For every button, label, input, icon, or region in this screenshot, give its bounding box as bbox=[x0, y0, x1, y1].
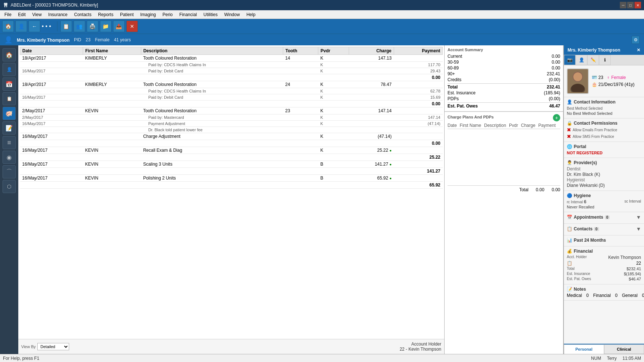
cell-pvdr: K bbox=[318, 108, 349, 114]
svg-point-2 bbox=[573, 72, 582, 81]
cell-date: 18/Apr/2017 bbox=[20, 55, 83, 62]
patient-gender: Female bbox=[95, 37, 109, 42]
sidebar-perio-icon[interactable]: ⌒ bbox=[3, 165, 16, 178]
hygiene-intervals: rc Interval 6 sc Interval bbox=[567, 199, 641, 204]
table-row[interactable]: 18/Apr/2017 KIMBERLY Tooth Coloured Rest… bbox=[20, 55, 443, 62]
menu-window[interactable]: Window bbox=[221, 11, 243, 18]
patient-settings-btn[interactable]: ⚙ bbox=[632, 36, 640, 44]
rp-notes-header: 📝 Notes bbox=[567, 287, 641, 292]
col-charge: Charge bbox=[349, 47, 394, 55]
tab-personal[interactable]: Personal bbox=[564, 344, 604, 354]
menu-contacts[interactable]: Contacts bbox=[71, 11, 94, 18]
toolbar-more[interactable]: • • • bbox=[42, 23, 51, 30]
maximize-button[interactable]: □ bbox=[627, 2, 634, 8]
num-indicator: NUM bbox=[591, 356, 601, 361]
toolbar-btn2[interactable]: 👥 bbox=[74, 20, 85, 32]
cell-desc: Paid by: CDCS Health Claims In bbox=[141, 88, 283, 94]
cell-charge: 147.14 bbox=[349, 108, 394, 114]
user-name: Terry bbox=[607, 356, 617, 361]
cell-desc: Scaling 3 Units bbox=[141, 161, 283, 168]
toolbar-home-btn[interactable]: 🏠 bbox=[2, 20, 14, 32]
right-panel-header: Mrs. Kimberly Thompson ✕ bbox=[564, 45, 644, 55]
toolbar-btn1[interactable]: 📋 bbox=[60, 20, 72, 32]
cell-date: 16/May/2017 bbox=[20, 161, 83, 168]
toolbar-search-btn[interactable]: 👤 bbox=[15, 20, 27, 32]
table-row[interactable]: 16/May/2017 KEVIN Polishing 2 Units B 65… bbox=[20, 175, 443, 182]
appointments-label: Appointments bbox=[574, 215, 603, 220]
patient-name: Mrs. Kimberly Thompson bbox=[17, 37, 70, 43]
menu-help[interactable]: Help bbox=[243, 11, 258, 18]
subtotal-row: 141.27 bbox=[20, 168, 443, 175]
account-holder-label: Account Holder bbox=[411, 342, 441, 347]
rp-past24-header: 📊 Past 24 Months bbox=[567, 238, 641, 243]
appointments-expand-icon[interactable]: ▼ bbox=[636, 214, 641, 220]
notes-financial-label: Financial bbox=[593, 293, 611, 298]
table-row[interactable]: 16/May/2017 KEVIN Recall Exam & Diag K 2… bbox=[20, 147, 443, 154]
sidebar-list-icon[interactable]: ≡ bbox=[3, 136, 16, 149]
cp-total-label: Total bbox=[519, 187, 528, 192]
fin-est-pat-value: $46.47 bbox=[629, 277, 641, 281]
rp-bottom-tabs: Personal Clinical bbox=[564, 344, 644, 354]
rp-header-close[interactable]: ✕ bbox=[637, 48, 640, 53]
sidebar-calendar-icon[interactable]: 📅 bbox=[3, 78, 16, 91]
menu-imaging[interactable]: Imaging bbox=[137, 11, 159, 18]
cell-tooth bbox=[283, 175, 318, 182]
rp-tab-edit[interactable]: ✏️ bbox=[587, 55, 599, 65]
menu-file[interactable]: File bbox=[1, 11, 14, 18]
lock-icon: 🔒 bbox=[567, 121, 572, 126]
add-charge-plan-btn[interactable]: + bbox=[553, 114, 560, 121]
account-holder-info: Account Holder 22 - Kevin Thompson bbox=[400, 342, 441, 352]
rp-portal-header: 🌐 Portal bbox=[567, 144, 641, 149]
menu-perio[interactable]: Perio bbox=[160, 11, 176, 18]
close-button[interactable]: ✕ bbox=[634, 2, 641, 8]
sidebar-piggybank-icon[interactable]: 🐖 bbox=[3, 107, 16, 120]
cell-pvdr: K bbox=[318, 147, 349, 154]
portal-icon: 🌐 bbox=[567, 144, 572, 149]
toolbar-close-btn[interactable]: ✕ bbox=[126, 20, 138, 32]
rp-tab-person[interactable]: 👤 bbox=[576, 55, 587, 65]
menu-view[interactable]: View bbox=[29, 11, 45, 18]
menu-reports[interactable]: Reports bbox=[95, 11, 116, 18]
sidebar-note-icon[interactable]: 📝 bbox=[3, 121, 16, 135]
rp-tab-photo[interactable]: 📷 bbox=[564, 55, 576, 65]
contacts-expand-icon[interactable]: ▼ bbox=[636, 226, 641, 232]
minimize-button[interactable]: ─ bbox=[620, 2, 626, 8]
sidebar-puzzle-icon[interactable]: ⬡ bbox=[3, 180, 16, 193]
sidebar-person-icon[interactable]: 👤 bbox=[3, 63, 16, 76]
toolbar-btn4[interactable]: 📁 bbox=[100, 20, 112, 32]
view-by-select[interactable]: Detailed Summary Condensed bbox=[37, 343, 69, 350]
rp-permissions-section: 🔒 Contact Permissions ✖ Allow Emails Fro… bbox=[564, 118, 644, 142]
rp-tab-info[interactable]: ℹ bbox=[599, 55, 611, 65]
table-row[interactable]: 16/May/2017 Charge Adjustment K (47.14) bbox=[20, 133, 443, 140]
toolbar-btn5[interactable]: 📤 bbox=[113, 20, 125, 32]
subtotal-label bbox=[20, 154, 349, 161]
toolbar-btn3[interactable]: 🖨️ bbox=[87, 20, 98, 32]
menu-patient[interactable]: Patient bbox=[117, 11, 136, 18]
hygiene-status: Never Recalled bbox=[567, 205, 594, 209]
table-row[interactable]: 2/May/2017 KEVIN Tooth Coloured Restorat… bbox=[20, 108, 443, 114]
title-bar-left: 🦷 ABELDent - [000023 THOMPSON, Kimberly] bbox=[3, 3, 98, 8]
cell-date: 2/May/2017 bbox=[20, 108, 83, 114]
menu-financial[interactable]: Financial bbox=[176, 11, 200, 18]
menu-edit[interactable]: Edit bbox=[15, 11, 29, 18]
menu-utilities[interactable]: Utilities bbox=[201, 11, 221, 18]
summary-60: 60-89 0.00 bbox=[448, 65, 560, 71]
cp-col-payment: Payment bbox=[538, 123, 555, 128]
rp-providers-label-row: 👨‍⚕️ Provider(s) bbox=[567, 160, 597, 165]
cell-charge bbox=[349, 94, 394, 101]
sidebar-clipboard-icon[interactable]: 📋 bbox=[3, 92, 16, 105]
toolbar-back-btn[interactable]: ← bbox=[29, 20, 40, 32]
cell-pvdr: K bbox=[318, 55, 349, 62]
summary-pdp: PDPs (0.00) bbox=[448, 96, 560, 102]
dentist-name-row: Dr. Kim Black (K) bbox=[567, 172, 641, 177]
menu-insurance[interactable]: Insurance bbox=[45, 11, 71, 18]
sidebar-tooth-icon[interactable]: ◉ bbox=[3, 151, 16, 164]
rp-financial-section: 💰 Financial Acct. Holder Kevin Thompson … bbox=[564, 246, 644, 284]
table-row[interactable]: 16/May/2017 KEVIN Scaling 3 Units B 141.… bbox=[20, 161, 443, 168]
cell-desc: Paid by: Mastercard bbox=[141, 114, 283, 121]
sidebar-home-icon[interactable]: 🏠 bbox=[3, 48, 16, 61]
table-row[interactable]: 18/Apr/2017 KIMBERLY Tooth Coloured Rest… bbox=[20, 81, 443, 88]
tab-clinical[interactable]: Clinical bbox=[604, 344, 644, 354]
title-bar-controls[interactable]: ─ □ ✕ bbox=[620, 2, 641, 8]
summary-90: 90+ 232.41 bbox=[448, 71, 560, 77]
